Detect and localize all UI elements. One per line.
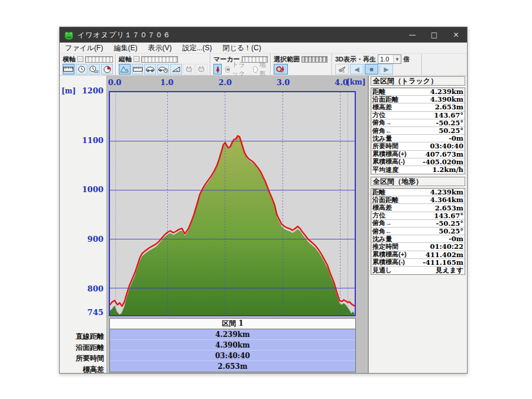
h-axis-time-button[interactable] <box>76 64 87 74</box>
clock-icon <box>78 66 85 73</box>
panel-row-value: 143.67° <box>434 111 463 119</box>
panel-row-value: -50.25° <box>436 119 463 127</box>
titlebar[interactable]: イワオヌプリ１７０７０６ — □ ✕ <box>60 27 467 43</box>
menubar: ファイル(F) 編集(E) 表示(V) 設定...(S) 閉じる！(C) <box>60 43 467 54</box>
h-axis-mini-button[interactable] <box>77 56 83 62</box>
data-panel: 全区間（トラック）距離4.239km沿面距離4.390km標高差2.653m方位… <box>371 76 465 174</box>
selection-marker-button[interactable] <box>274 64 288 74</box>
h-axis-distance-button[interactable] <box>63 64 74 74</box>
radio-unselected-icon <box>253 66 258 73</box>
panel-row-value: -405.020m <box>423 158 463 166</box>
menu-view[interactable]: 表示(V) <box>142 43 177 54</box>
chevron-down-icon: ▼ <box>393 55 401 63</box>
playback-3d-button[interactable]: 0 <box>335 64 349 74</box>
h-axis-pie-button[interactable] <box>101 64 113 74</box>
close-button[interactable]: ✕ <box>445 27 467 43</box>
panel-row-value: 4.239km <box>430 188 463 196</box>
toolbar: 横軸 123 <box>60 54 467 76</box>
y-axis-unit: [m] <box>61 87 76 95</box>
section-table-value: 2.653m <box>110 361 355 372</box>
menu-settings[interactable]: 設定...(S) <box>177 43 217 54</box>
elevation-profile-plot[interactable] <box>109 91 356 316</box>
v-axis-elevation-button[interactable] <box>119 64 131 74</box>
section-table-value: 4.239km <box>110 329 355 340</box>
section-table-value: 03:40:40 <box>110 351 355 361</box>
menu-file[interactable]: ファイル(F) <box>60 43 108 54</box>
selection-range-slider[interactable] <box>301 56 327 63</box>
y-tick-label: 900 <box>87 235 103 244</box>
selection-q-marker-icon <box>276 66 286 73</box>
x-tick-label: 3.0 <box>277 78 290 87</box>
panel-row-value: -0m <box>449 235 463 243</box>
desktop: イワオヌプリ１７０７０６ — □ ✕ ファイル(F) 編集(E) 表示(V) 設… <box>0 0 532 399</box>
panel-row-value: 50.25° <box>439 227 463 235</box>
v-axis-mini-button[interactable] <box>134 56 140 62</box>
v-axis-plug1-button[interactable]: 1 <box>183 64 195 74</box>
v-axis-slope-button[interactable] <box>170 64 182 74</box>
v-axis-zoom-slider[interactable] <box>141 56 178 63</box>
panel-table: 距離4.239km沿面距離4.364km標高差2.653m方位143.67°俯角… <box>371 188 465 275</box>
x-tick-label: 2.0 <box>218 78 232 87</box>
x-axis-unit: [km] <box>346 78 365 86</box>
statistics-panel: 全区間（トラック）距離4.239km沿面距離4.390km標高差2.653m方位… <box>368 76 467 373</box>
marker-pen-icon <box>215 66 220 73</box>
playback-stop-button[interactable]: ■ <box>365 64 378 74</box>
x-tick-label: 1.0 <box>160 78 174 87</box>
marker-toggle-button[interactable] <box>213 64 222 74</box>
playback-scale-unit: 倍 <box>403 55 410 64</box>
h-axis-number-button[interactable]: 123 <box>89 64 100 74</box>
clock-pie-icon <box>103 66 111 73</box>
ruler-small-icon <box>133 67 142 72</box>
plug-2-icon: .. <box>198 66 205 73</box>
clock-number-icon: 123 <box>89 66 99 73</box>
content-area: [m] 120011001000900800745 直線距離沿面距離所要時間標高… <box>60 76 467 373</box>
elevation-profile-svg <box>110 92 355 315</box>
section-table-label: 標高差 <box>83 365 104 375</box>
minimize-button[interactable]: — <box>401 27 423 43</box>
y-tick-label: 800 <box>87 284 103 293</box>
panel-row-value: 143.67° <box>434 212 463 220</box>
panel-row: 平均速度1.2km/h <box>371 166 465 174</box>
menu-edit[interactable]: 編集(E) <box>108 43 142 54</box>
panel-row-value: 4.364km <box>430 196 463 204</box>
v-axis-plug2-button[interactable]: .. <box>196 64 207 74</box>
playback-rewind-button[interactable]: ◀ <box>350 64 364 74</box>
panel-row-value: 01:40:22 <box>430 242 463 251</box>
panel-title: 全区間（地形） <box>371 177 465 186</box>
radio-selected-icon <box>225 66 230 73</box>
section-table-label: 所要時間 <box>76 353 104 364</box>
svg-text:123: 123 <box>94 70 99 73</box>
app-logo-icon <box>64 30 74 40</box>
v-axis-distance-button[interactable] <box>132 64 144 74</box>
maximize-button[interactable]: □ <box>423 27 445 43</box>
panel-row-value: 2.653m <box>435 204 463 212</box>
section-table-label: 直線距離 <box>76 332 104 342</box>
y-tick-label: 745 <box>87 308 103 317</box>
playback-play-button[interactable]: ▶ <box>379 64 393 74</box>
panel-title: 全区間（トラック） <box>371 76 465 86</box>
panel-row-value: -411.165m <box>423 258 463 267</box>
section-table-header: 区間 1 <box>109 318 356 329</box>
plug-1-icon: 1 <box>186 66 193 73</box>
playback-speed-select[interactable]: 1.0 ▼ <box>378 54 401 64</box>
window-title: イワオヌプリ１７０７０６ <box>77 30 171 40</box>
h-axis-label: 横軸 <box>63 55 76 64</box>
h-axis-zoom-slider[interactable] <box>85 56 113 63</box>
menu-close[interactable]: 閉じる！(C) <box>217 43 266 54</box>
y-tick-label: 1100 <box>82 136 103 145</box>
playback-speed-value: 1.0 <box>378 56 393 63</box>
slope-triangle-icon <box>172 66 180 72</box>
v-axis-speed-button[interactable] <box>144 64 156 74</box>
panel-row-value: 407.673m <box>426 150 463 158</box>
panel-row-value: -50.25° <box>436 219 463 228</box>
selection-label: 選択範囲 <box>274 55 300 64</box>
glider-3d-icon: 0 <box>338 66 346 73</box>
panel-row-label: 平均速度 <box>372 166 398 174</box>
v-axis-pace-button[interactable] <box>157 64 169 74</box>
playback-group: 3D表示・再生 1.0 ▼ 倍 0 ◀ ■ ▶ <box>332 54 422 75</box>
section-table-rows: 4.239km4.390km03:40:402.653m <box>109 329 356 372</box>
section-summary-table: 区間 1 4.239km4.390km03:40:402.653m <box>109 318 356 372</box>
h-axis-group: 横軸 123 <box>60 54 116 75</box>
svg-text:1: 1 <box>190 70 192 73</box>
panel-table: 距離4.239km沿面距離4.390km標高差2.653m方位143.67°俯角… <box>371 87 465 174</box>
